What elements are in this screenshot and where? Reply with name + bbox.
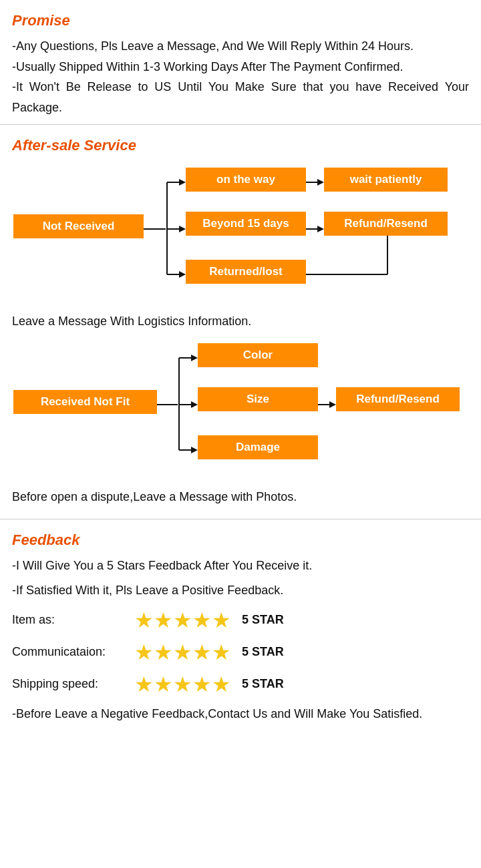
aftersale-title: After-sale Service [12, 137, 469, 154]
aftersale-section: After-sale Service [0, 125, 481, 519]
promise-body: -Any Questions, Pls Leave a Message, And… [12, 36, 469, 118]
not-received-box: Not Received [13, 214, 144, 238]
promise-line-1: -Any Questions, Pls Leave a Message, And… [12, 39, 414, 53]
comm-stars: ★★★★★ [134, 640, 231, 665]
svg-marker-11 [317, 226, 324, 232]
refund-resend-box-2: Refund/Resend [336, 387, 460, 411]
shipping-label: Shipping speed: [12, 677, 129, 691]
feedback-row-shipping: Shipping speed: ★★★★★ 5 STAR [12, 672, 469, 697]
returned-lost-box: Returned/lost [186, 260, 306, 284]
svg-marker-5 [179, 226, 186, 232]
diagram1: Not Received on the way wait patiently B… [13, 161, 468, 308]
comm-count: 5 STAR [242, 645, 284, 659]
svg-marker-3 [179, 179, 186, 186]
refund-resend-box-1: Refund/Resend [324, 212, 448, 236]
promise-section: Promise -Any Questions, Pls Leave a Mess… [0, 0, 481, 125]
svg-marker-25 [329, 401, 336, 408]
item-as-label: Item as: [12, 613, 129, 627]
shipping-stars: ★★★★★ [134, 672, 231, 697]
color-box: Color [198, 343, 318, 367]
note2: Before open a dispute,Leave a Message wi… [12, 490, 469, 504]
item-as-stars: ★★★★★ [134, 608, 231, 633]
comm-label: Communicataion: [12, 645, 129, 659]
feedback-footer: -Before Leave a Negative Feedback,Contac… [12, 704, 469, 724]
wait-patiently-box: wait patiently [324, 168, 448, 192]
feedback-line-2: -If Satisfied With it, Pls Leave a Posit… [12, 580, 469, 601]
feedback-row-comm: Communicataion: ★★★★★ 5 STAR [12, 640, 469, 665]
on-the-way-box: on the way [186, 168, 306, 192]
diagram2: Received Not Fit Color Size Refund/Resen… [13, 337, 468, 483]
beyond-15-days-box: Beyond 15 days [186, 212, 306, 236]
shipping-count: 5 STAR [242, 677, 284, 691]
svg-marker-21 [191, 401, 198, 408]
size-box: Size [198, 387, 318, 411]
svg-marker-9 [317, 179, 324, 186]
note1: Leave a Message With Logistics Informati… [12, 314, 469, 329]
promise-line-2: -Usually Shipped Within 1-3 Working Days… [12, 60, 404, 73]
promise-line-3: -It Won't Be Release to US Until You Mak… [12, 80, 469, 114]
received-not-fit-box: Received Not Fit [13, 390, 157, 414]
feedback-section: Feedback -I Will Give You a 5 Stars Feed… [0, 519, 481, 734]
feedback-row-item: Item as: ★★★★★ 5 STAR [12, 608, 469, 633]
promise-title: Promise [12, 12, 469, 29]
feedback-title: Feedback [12, 531, 469, 549]
feedback-line-1: -I Will Give You a 5 Stars Feedback Afte… [12, 556, 469, 576]
damage-box: Damage [198, 435, 318, 459]
svg-marker-19 [191, 355, 198, 361]
svg-marker-23 [191, 447, 198, 453]
svg-marker-7 [179, 271, 186, 278]
item-as-count: 5 STAR [242, 613, 284, 627]
